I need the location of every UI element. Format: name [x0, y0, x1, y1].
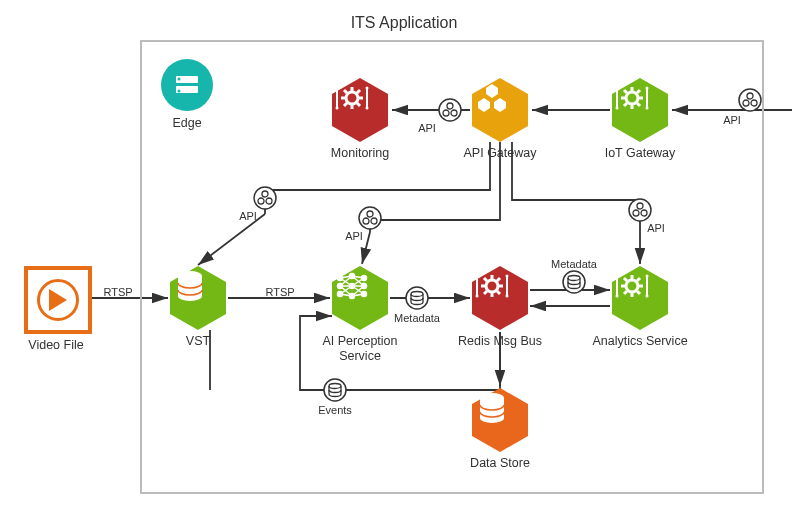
rtsp-label: RTSP: [265, 286, 294, 298]
svg-point-69: [178, 90, 181, 93]
svg-point-68: [178, 78, 181, 81]
monitoring-label: Monitoring: [305, 146, 415, 161]
api-label: API: [418, 122, 436, 134]
redis-node: [472, 266, 528, 330]
diagram-title: ITS Application: [0, 14, 808, 32]
data-store-node: [472, 388, 528, 452]
video-file-label: Video File: [1, 338, 111, 353]
api-label: API: [723, 114, 741, 126]
api-label: API: [647, 222, 665, 234]
its-application-container: [140, 40, 764, 494]
metadata-label: Metadata: [394, 312, 440, 324]
analytics-node: [612, 266, 668, 330]
events-label: Events: [318, 404, 352, 416]
api-label: API: [239, 210, 257, 222]
edge-label: Edge: [132, 116, 242, 131]
api-gateway-node: [472, 78, 528, 142]
api-gateway-label: API Gateway: [445, 146, 555, 161]
vst-label: VST: [143, 334, 253, 349]
ai-perception-node: [332, 266, 388, 330]
analytics-label: Analytics Service: [585, 334, 695, 349]
iot-gateway-node: [612, 78, 668, 142]
rtsp-label: RTSP: [103, 286, 132, 298]
api-label: API: [345, 230, 363, 242]
iot-gateway-label: IoT Gateway: [585, 146, 695, 161]
monitoring-node: [332, 78, 388, 142]
redis-label: Redis Msg Bus: [445, 334, 555, 349]
vst-node: [170, 266, 226, 330]
ai-perception-label: AI Perception Service: [305, 334, 415, 364]
svg-point-67: [161, 59, 213, 111]
video-file-node: [24, 266, 92, 334]
edge-node: [160, 58, 214, 112]
metadata-label: Metadata: [551, 258, 597, 270]
data-store-label: Data Store: [445, 456, 555, 471]
